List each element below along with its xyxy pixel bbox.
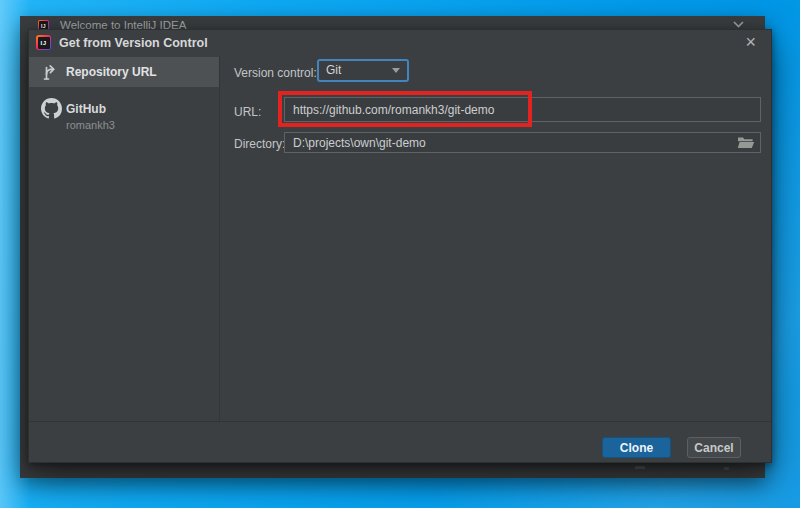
- vcs-get-icon: [41, 62, 61, 82]
- sidebar-item-label: Repository URL: [66, 65, 157, 79]
- dialog-title: Get from Version Control: [59, 36, 208, 50]
- dialog-titlebar: IJ Get from Version Control ×: [29, 30, 771, 56]
- browse-folder-icon[interactable]: [737, 136, 755, 150]
- version-control-label: Version control:: [234, 66, 317, 80]
- dialog-footer: Clone Cancel: [29, 421, 771, 462]
- version-control-value: Git: [326, 63, 341, 77]
- clone-button[interactable]: Clone: [602, 437, 671, 458]
- directory-input[interactable]: [285, 133, 760, 152]
- welcome-window-partial-element: [635, 466, 645, 469]
- chevron-down-icon[interactable]: [732, 20, 745, 29]
- close-icon[interactable]: ×: [745, 32, 756, 52]
- cancel-button[interactable]: Cancel: [687, 437, 741, 458]
- url-input[interactable]: [285, 98, 760, 121]
- intellij-idea-logo-icon: IJ: [36, 35, 51, 50]
- get-from-version-control-dialog: IJ Get from Version Control × Repository…: [28, 29, 772, 463]
- sidebar-item-sublabel: romankh3: [66, 119, 115, 131]
- sidebar-item-repository-url[interactable]: Repository URL: [29, 57, 219, 87]
- directory-field-wrapper: [284, 132, 761, 153]
- dialog-sidebar: Repository URL GitHub romankh3: [29, 56, 220, 421]
- sidebar-item-github[interactable]: GitHub romankh3: [29, 94, 219, 144]
- dropdown-caret-icon: [392, 68, 400, 73]
- version-control-dropdown[interactable]: Git: [317, 59, 409, 82]
- url-field-wrapper: [284, 97, 761, 122]
- url-label: URL:: [234, 105, 261, 119]
- directory-label: Directory:: [234, 137, 285, 151]
- github-icon: [41, 98, 62, 119]
- sidebar-item-label: GitHub: [66, 102, 106, 116]
- desktop-wallpaper: IJ Welcome to IntelliJ IDEA IJ Get from …: [0, 0, 800, 508]
- welcome-window-partial-element: [724, 467, 729, 470]
